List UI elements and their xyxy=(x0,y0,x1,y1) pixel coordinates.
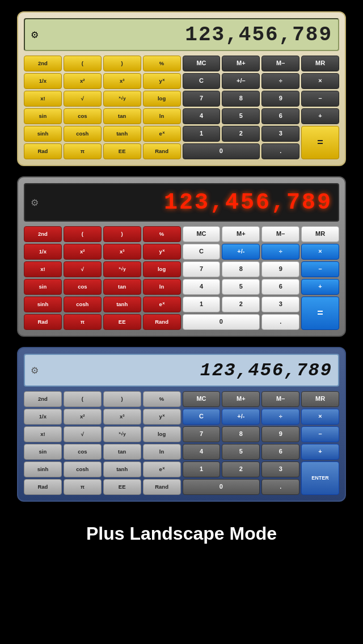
btn3-mplus[interactable]: M+ xyxy=(222,391,260,407)
btn-mr[interactable]: MR xyxy=(301,56,339,71)
btn2-mc[interactable]: MC xyxy=(183,226,221,242)
btn2-pi[interactable]: π xyxy=(64,314,102,330)
btn2-rparen[interactable]: ) xyxy=(103,226,141,242)
btn-mc[interactable]: MC xyxy=(183,56,221,71)
btn2-6[interactable]: 6 xyxy=(261,279,299,295)
btn-x3[interactable]: x³ xyxy=(103,73,141,89)
btn-sin[interactable]: sin xyxy=(24,108,62,124)
btn3-sqrt[interactable]: √ xyxy=(64,426,102,442)
btn2-ee[interactable]: EE xyxy=(103,314,141,330)
btn3-plusminus[interactable]: +/- xyxy=(222,409,260,425)
btn3-add[interactable]: + xyxy=(301,444,339,460)
btn3-6[interactable]: 6 xyxy=(261,444,299,460)
btn3-8[interactable]: 8 xyxy=(222,426,260,442)
btn2-cosh[interactable]: cosh xyxy=(64,296,102,312)
btn-ex[interactable]: eˣ xyxy=(143,126,181,142)
btn3-rand[interactable]: Rand xyxy=(143,479,181,495)
btn2-4[interactable]: 4 xyxy=(183,279,221,295)
btn-eq[interactable]: = xyxy=(301,126,339,159)
btn2-9[interactable]: 9 xyxy=(261,261,299,277)
btn-6[interactable]: 6 xyxy=(261,108,299,124)
btn2-5[interactable]: 5 xyxy=(222,279,260,295)
btn-5[interactable]: 5 xyxy=(222,108,260,124)
btn2-rand[interactable]: Rand xyxy=(143,314,181,330)
btn2-mminus[interactable]: M– xyxy=(261,226,299,242)
btn3-tanh[interactable]: tanh xyxy=(103,461,141,477)
btn2-dot[interactable]: . xyxy=(261,314,299,330)
btn3-sin[interactable]: sin xyxy=(24,444,62,460)
btn3-x3[interactable]: x³ xyxy=(103,409,141,425)
btn3-cosh[interactable]: cosh xyxy=(64,461,102,477)
btn-xfact[interactable]: x! xyxy=(24,91,62,107)
btn2-ex[interactable]: eˣ xyxy=(143,296,181,312)
gear-icon-3[interactable]: ⚙ xyxy=(31,365,39,376)
btn3-sub[interactable]: – xyxy=(301,426,339,442)
btn-9[interactable]: 9 xyxy=(261,91,299,107)
btn3-1[interactable]: 1 xyxy=(183,461,221,477)
btn-1[interactable]: 1 xyxy=(183,126,221,142)
btn-yx[interactable]: yˣ xyxy=(143,73,181,89)
btn2-lparen[interactable]: ( xyxy=(64,226,102,242)
btn2-8[interactable]: 8 xyxy=(222,261,260,277)
btn-xrooty[interactable]: ˣ√y xyxy=(103,91,141,107)
btn-mminus[interactable]: M– xyxy=(261,56,299,71)
btn-cos[interactable]: cos xyxy=(64,108,102,124)
btn-c[interactable]: C xyxy=(183,73,221,89)
btn2-mul[interactable]: × xyxy=(301,244,339,260)
btn2-cos[interactable]: cos xyxy=(64,279,102,295)
btn2-x3[interactable]: x³ xyxy=(103,244,141,260)
btn-ee[interactable]: EE xyxy=(103,143,141,159)
gear-icon[interactable]: ⚙ xyxy=(31,29,39,40)
btn3-enter[interactable]: ENTER xyxy=(301,461,339,495)
btn3-div[interactable]: ÷ xyxy=(261,409,299,425)
btn2-tanh[interactable]: tanh xyxy=(103,296,141,312)
btn3-5[interactable]: 5 xyxy=(222,444,260,460)
btn-log[interactable]: log xyxy=(143,91,181,107)
btn-x2[interactable]: x² xyxy=(64,73,102,89)
btn-sinh[interactable]: sinh xyxy=(24,126,62,142)
btn2-yx[interactable]: yˣ xyxy=(143,244,181,260)
btn2-xfact[interactable]: x! xyxy=(24,261,62,277)
btn3-4[interactable]: 4 xyxy=(183,444,221,460)
btn-dot[interactable]: . xyxy=(261,143,299,159)
btn2-x2[interactable]: x² xyxy=(64,244,102,260)
btn3-9[interactable]: 9 xyxy=(261,426,299,442)
btn2-percent[interactable]: % xyxy=(143,226,181,242)
btn2-ln[interactable]: ln xyxy=(143,279,181,295)
btn3-mc[interactable]: MC xyxy=(183,391,221,407)
btn2-sin[interactable]: sin xyxy=(24,279,62,295)
btn2-add[interactable]: + xyxy=(301,279,339,295)
btn2-7[interactable]: 7 xyxy=(183,261,221,277)
btn3-yx[interactable]: yˣ xyxy=(143,409,181,425)
btn3-percent[interactable]: % xyxy=(143,391,181,407)
btn3-0[interactable]: 0 xyxy=(183,479,260,495)
btn-3[interactable]: 3 xyxy=(261,126,299,142)
btn-ln[interactable]: ln xyxy=(143,108,181,124)
btn3-7[interactable]: 7 xyxy=(183,426,221,442)
btn-rand[interactable]: Rand xyxy=(143,143,181,159)
btn-lparen[interactable]: ( xyxy=(64,56,102,71)
btn3-rparen[interactable]: ) xyxy=(103,391,141,407)
btn-rad[interactable]: Rad xyxy=(24,143,62,159)
btn3-mul[interactable]: × xyxy=(301,409,339,425)
btn-0[interactable]: 0 xyxy=(183,143,260,159)
btn-8[interactable]: 8 xyxy=(222,91,260,107)
btn3-dot[interactable]: . xyxy=(261,479,299,495)
btn2-2[interactable]: 2 xyxy=(222,296,260,312)
btn2-3[interactable]: 3 xyxy=(261,296,299,312)
btn2-tan[interactable]: tan xyxy=(103,279,141,295)
btn-mul[interactable]: × xyxy=(301,73,339,89)
btn3-lparen[interactable]: ( xyxy=(64,391,102,407)
btn2-1[interactable]: 1 xyxy=(183,296,221,312)
btn-tanh[interactable]: tanh xyxy=(103,126,141,142)
btn3-x2[interactable]: x² xyxy=(64,409,102,425)
btn-tan[interactable]: tan xyxy=(103,108,141,124)
btn2-sinh[interactable]: sinh xyxy=(24,296,62,312)
btn-cosh[interactable]: cosh xyxy=(64,126,102,142)
btn2-mr[interactable]: MR xyxy=(301,226,339,242)
btn2-xrooty[interactable]: ˣ√y xyxy=(103,261,141,277)
btn-div[interactable]: ÷ xyxy=(261,73,299,89)
btn3-2nd[interactable]: 2nd xyxy=(24,391,62,407)
btn2-plusminus[interactable]: +/- xyxy=(222,244,260,260)
btn-sub[interactable]: – xyxy=(301,91,339,107)
